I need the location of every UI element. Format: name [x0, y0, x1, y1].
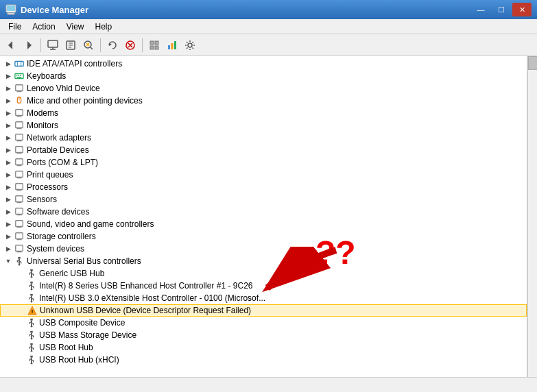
tree-item-label: Processors — [27, 182, 68, 192]
svg-point-89 — [31, 301, 33, 303]
tree-item[interactable]: Generic USB Hub — [0, 267, 527, 280]
title-bar-left: Device Manager — [5, 4, 88, 15]
svg-rect-41 — [17, 128, 22, 130]
tree-expander[interactable]: ▶ — [3, 182, 14, 193]
tree-item[interactable]: ▶Network adapters — [0, 132, 527, 144]
tree-item-label: Sound, video and game controllers — [27, 219, 154, 229]
close-button[interactable]: ✕ — [512, 3, 532, 16]
tree-expander[interactable]: ▶ — [3, 120, 14, 131]
tree-item[interactable]: USB Composite Device — [0, 317, 527, 329]
tree-item-label: USB Root Hub — [39, 343, 93, 352]
tree-item[interactable]: ▶Portable Devices — [0, 144, 527, 156]
tree-item[interactable]: ▶Lenovo Vhid Device — [0, 82, 527, 95]
tree-item[interactable]: USB Mass Storage Device — [0, 329, 527, 341]
menu-view[interactable]: View — [61, 19, 90, 34]
toolbar-computer[interactable] — [45, 37, 61, 53]
tree-item[interactable]: !Unknown USB Device (Device Descriptor R… — [0, 304, 527, 317]
toolbar-forward[interactable] — [21, 37, 37, 53]
toolbar-scan[interactable] — [80, 37, 97, 53]
toolbar-sep-2 — [100, 38, 101, 52]
app-icon — [5, 4, 16, 15]
svg-rect-5 — [48, 40, 58, 47]
tree-expander[interactable]: ▶ — [3, 157, 14, 168]
svg-rect-19 — [155, 41, 158, 45]
tree-expander[interactable]: ▶ — [3, 58, 14, 69]
tree-expander[interactable]: ▶ — [3, 108, 14, 119]
toolbar-back[interactable] — [3, 37, 19, 53]
svg-rect-18 — [150, 41, 154, 45]
tree-item-label: System devices — [27, 244, 84, 254]
tree-expander[interactable]: ▶ — [3, 132, 14, 143]
tree-expander[interactable]: ▶ — [3, 83, 14, 94]
device-tree[interactable]: ▶IDE ATA/ATAPI controllers▶Keyboards▶Len… — [0, 56, 527, 377]
tree-item[interactable]: ▶Processors — [0, 181, 527, 193]
tree-expander[interactable]: ▶ — [3, 169, 14, 180]
tree-expander[interactable]: ▼ — [3, 256, 14, 267]
svg-rect-61 — [17, 252, 22, 253]
tree-device-icon — [14, 157, 25, 168]
menu-file[interactable]: File — [3, 19, 27, 34]
tree-item-label: Intel(R) USB 3.0 eXtensible Host Control… — [39, 293, 265, 303]
toolbar-update[interactable] — [104, 37, 121, 53]
tree-device-icon — [26, 354, 37, 365]
svg-rect-57 — [17, 227, 22, 228]
svg-rect-39 — [17, 116, 22, 117]
tree-expander[interactable]: ▶ — [3, 95, 14, 106]
tree-item[interactable]: ▶Software devices — [0, 206, 527, 218]
tree-item[interactable]: USB Root Hub (xHCI) — [0, 354, 527, 366]
svg-rect-1 — [8, 13, 14, 14]
tree-item[interactable]: ▶Sound, video and game controllers — [0, 218, 527, 230]
tree-item[interactable]: USB Root Hub — [0, 341, 527, 354]
tree-item[interactable]: ▶Storage controllers — [0, 230, 527, 243]
tree-device-icon — [14, 194, 25, 205]
svg-point-25 — [188, 43, 192, 47]
svg-point-98 — [31, 326, 33, 328]
svg-rect-40 — [16, 122, 23, 128]
tree-expander[interactable]: ▶ — [3, 71, 14, 82]
tree-item[interactable]: ▶Ports (COM & LPT) — [0, 156, 527, 169]
tree-item-label: USB Root Hub (xHCI) — [39, 355, 119, 365]
tree-expander — [15, 317, 26, 328]
tree-device-icon — [26, 293, 37, 304]
tree-expander[interactable]: ▶ — [3, 243, 14, 254]
toolbar-sep-1 — [40, 38, 41, 52]
tree-item[interactable]: ▶Mice and other pointing devices — [0, 95, 527, 107]
tree-expander[interactable]: ▶ — [3, 206, 14, 217]
svg-rect-42 — [16, 134, 23, 140]
tree-expander[interactable]: ▶ — [3, 231, 14, 242]
tree-item[interactable]: ▶Modems — [0, 107, 527, 119]
tree-device-icon — [14, 108, 25, 119]
tree-expander[interactable]: ▶ — [3, 194, 14, 205]
toolbar-uninstall[interactable] — [122, 37, 139, 53]
toolbar-settings[interactable] — [182, 37, 198, 53]
toolbar-resources[interactable] — [164, 37, 180, 53]
tree-item[interactable]: ▼Universal Serial Bus controllers — [0, 255, 527, 267]
scrollbar-area — [527, 56, 537, 377]
minimize-button[interactable]: — — [471, 3, 490, 16]
tree-device-icon — [14, 256, 25, 267]
tree-item-label: Intel(R) 8 Series USB Enhanced Host Cont… — [39, 281, 252, 291]
svg-rect-99 — [30, 331, 33, 333]
toolbar-show-hidden[interactable] — [146, 37, 163, 53]
tree-device-icon — [14, 71, 25, 82]
tree-item[interactable]: ▶Monitors — [0, 119, 527, 132]
tree-item[interactable]: ▶Keyboards — [0, 70, 527, 82]
svg-rect-49 — [17, 177, 22, 179]
tree-item[interactable]: Intel(R) USB 3.0 eXtensible Host Control… — [0, 292, 527, 304]
tree-item-label: Lenovo Vhid Device — [27, 84, 100, 93]
maximize-button[interactable]: ☐ — [492, 3, 511, 16]
tree-item[interactable]: Intel(R) 8 Series USB Enhanced Host Cont… — [0, 280, 527, 292]
toolbar-properties[interactable] — [62, 37, 79, 53]
tree-item[interactable]: ▶IDE ATA/ATAPI controllers — [0, 58, 527, 70]
tree-item[interactable]: ▶Sensors — [0, 193, 527, 206]
tree-expander[interactable]: ▶ — [3, 145, 14, 156]
tree-item[interactable]: ▶System devices — [0, 243, 527, 255]
tree-expander[interactable]: ▶ — [3, 219, 14, 230]
tree-item-label: Print queues — [27, 170, 73, 180]
menu-help[interactable]: Help — [90, 19, 118, 34]
scrollbar-thumb[interactable] — [528, 56, 537, 70]
tree-item[interactable]: ▶Print queues — [0, 169, 527, 181]
tree-device-icon — [14, 58, 25, 69]
menu-action[interactable]: Action — [27, 19, 60, 34]
tree-item-label: Network adapters — [27, 133, 91, 143]
